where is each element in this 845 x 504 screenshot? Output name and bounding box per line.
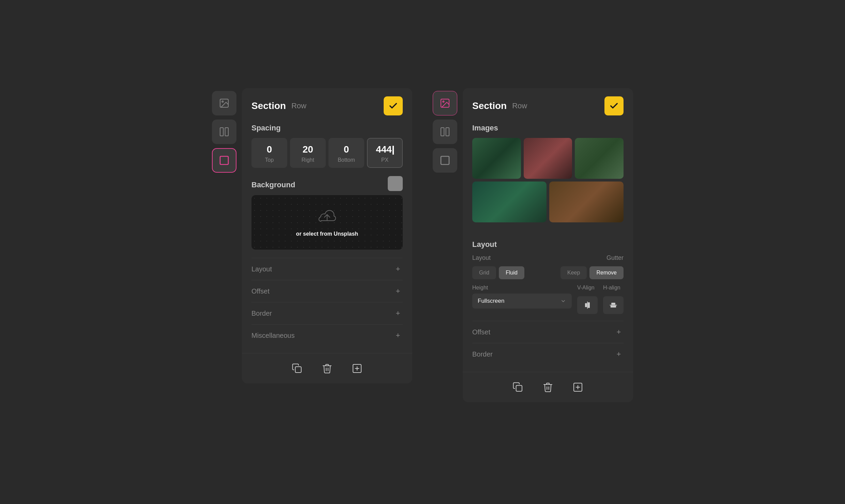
spacing-cell-bottom[interactable]: 0 Bottom: [328, 138, 364, 168]
right-panel-title: Section: [472, 100, 507, 111]
right-panel-tab[interactable]: Row: [512, 101, 599, 110]
svg-point-1: [222, 101, 223, 102]
halign-button[interactable]: [603, 296, 624, 314]
svg-rect-11: [441, 128, 444, 136]
upload-area[interactable]: or select from Unsplash: [251, 195, 403, 250]
right-layout-section: Layout Layout Gutter Grid Fluid Keep Rem…: [463, 237, 633, 321]
layout-grid-btn[interactable]: Grid: [472, 266, 496, 279]
images-grid-bottom: [472, 182, 624, 222]
layout-section[interactable]: Layout +: [251, 258, 403, 280]
svg-rect-12: [446, 128, 449, 136]
copy-button[interactable]: [289, 360, 305, 377]
right-panel-footer: [463, 372, 633, 402]
right-icon-sidebar: [433, 88, 457, 173]
background-color-swatch[interactable]: [388, 176, 403, 191]
valign-button[interactable]: [577, 296, 598, 314]
gutter-remove-btn[interactable]: Remove: [589, 266, 624, 279]
add-button[interactable]: [349, 360, 365, 377]
spacing-label-right: Right: [302, 157, 314, 163]
right-copy-button[interactable]: [510, 379, 526, 395]
sidebar-icon-image[interactable]: [212, 91, 236, 115]
spacing-value-top: 0: [267, 144, 272, 155]
height-row: Height Fullscreen V-Align: [472, 285, 624, 314]
svg-point-10: [443, 101, 444, 102]
svg-rect-4: [220, 156, 228, 164]
layout-row: Layout Gutter: [472, 254, 624, 262]
svg-rect-16: [588, 302, 590, 308]
left-panel-header: Section Row: [242, 88, 412, 121]
right-offset-label: Offset: [472, 328, 490, 336]
background-header: Background: [251, 176, 403, 191]
right-group: Section Row Images: [433, 88, 633, 402]
right-border-label: Border: [472, 350, 493, 358]
left-check-button[interactable]: [384, 96, 403, 115]
image-thumb-1[interactable]: [472, 138, 521, 179]
spacing-grid: 0 Top 20 Right 0 Bottom 444 PX: [251, 138, 403, 168]
misc-section[interactable]: Miscellaneous +: [251, 324, 403, 346]
offset-label: Offset: [251, 287, 270, 295]
image-thumb-3[interactable]: [575, 138, 624, 179]
images-label: Images: [472, 121, 624, 132]
valign-group: V-Align: [577, 285, 598, 314]
right-delete-button[interactable]: [540, 379, 556, 395]
spacing-cell-right[interactable]: 20 Right: [290, 138, 326, 168]
left-icon-sidebar: [212, 88, 236, 173]
right-border-plus-icon: +: [614, 349, 624, 359]
sidebar-icon-square[interactable]: [212, 148, 236, 173]
right-sidebar-icon-image[interactable]: [433, 91, 457, 115]
left-panel-title: Section: [251, 100, 286, 111]
left-panel: Section Row Spacing 0 Top: [242, 88, 412, 383]
spacing-label: Spacing: [251, 121, 403, 132]
spacing-cell-top[interactable]: 0 Top: [251, 138, 287, 168]
gutter-sub-label: Gutter: [606, 254, 624, 262]
layout-plus-icon: +: [393, 264, 403, 274]
svg-rect-20: [516, 385, 522, 391]
spacing-label-px: PX: [381, 157, 388, 163]
border-section[interactable]: Border +: [251, 302, 403, 324]
upload-text-prefix: or select from: [296, 231, 334, 237]
svg-rect-5: [295, 367, 301, 373]
spacing-value-bottom: 0: [344, 144, 349, 155]
upload-icon: [318, 208, 336, 227]
right-border-section[interactable]: Border +: [472, 343, 624, 365]
svg-rect-18: [611, 303, 615, 305]
border-plus-icon: +: [393, 309, 403, 318]
spacing-label-top: Top: [265, 157, 274, 163]
svg-rect-15: [585, 303, 587, 307]
sidebar-icon-columns[interactable]: [212, 120, 236, 144]
height-dropdown[interactable]: Fullscreen: [472, 294, 572, 309]
delete-button[interactable]: [319, 360, 335, 377]
image-thumb-4[interactable]: [472, 182, 547, 222]
right-panel-header: Section Row: [463, 88, 633, 121]
layout-fluid-btn[interactable]: Fluid: [499, 266, 524, 279]
misc-label: Miscellaneous: [251, 332, 295, 340]
layout-sub-label: Layout: [472, 254, 491, 262]
image-thumb-5[interactable]: [549, 182, 624, 222]
svg-rect-2: [220, 128, 223, 136]
offset-section[interactable]: Offset +: [251, 280, 403, 302]
misc-plus-icon: +: [393, 331, 403, 340]
unsplash-link[interactable]: Unsplash: [334, 231, 358, 237]
spacing-cell-px[interactable]: 444 PX: [367, 138, 403, 168]
image-thumb-2[interactable]: [524, 138, 572, 179]
svg-rect-3: [225, 128, 228, 136]
right-offset-section[interactable]: Offset +: [472, 321, 624, 343]
right-sidebar-icon-columns[interactable]: [433, 120, 457, 144]
svg-rect-19: [611, 305, 616, 308]
right-panel: Section Row Images: [463, 88, 633, 402]
spacing-label-bottom: Bottom: [338, 157, 355, 163]
gutter-btn-group: Keep Remove: [560, 266, 624, 279]
spacing-value-right: 20: [303, 144, 313, 155]
spacing-value-px: 444: [376, 144, 394, 155]
right-check-button[interactable]: [604, 96, 624, 115]
height-label: Height: [472, 285, 572, 291]
layout-btn-group: Grid Fluid: [472, 266, 524, 279]
right-add-button[interactable]: [570, 379, 586, 395]
left-panel-tab[interactable]: Row: [291, 101, 378, 110]
halign-label: H-align: [603, 285, 624, 291]
left-group: Section Row Spacing 0 Top: [212, 88, 412, 383]
right-sidebar-icon-square[interactable]: [433, 148, 457, 173]
border-label: Border: [251, 310, 272, 317]
images-grid-top: [472, 138, 624, 179]
gutter-keep-btn[interactable]: Keep: [560, 266, 587, 279]
